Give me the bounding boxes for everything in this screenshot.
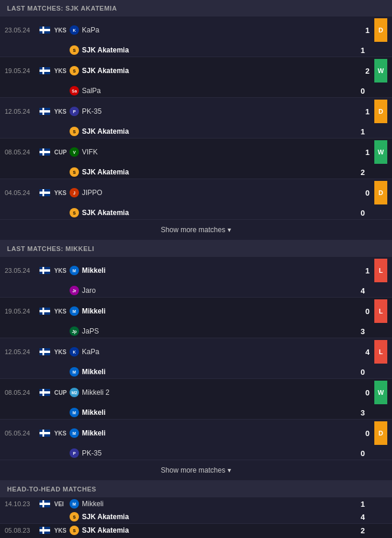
match-league: CUP	[54, 390, 67, 396]
match-date: 12.05.24	[5, 108, 37, 115]
score-team2: 0	[353, 209, 365, 217]
section-header-last-matches-sjk: LAST MATCHES: SJK AKATEMIA	[0, 0, 392, 16]
match-date: 12.05.24	[5, 348, 37, 355]
score-team1: 4	[358, 348, 370, 357]
team1-name: PK-35	[82, 107, 101, 115]
match-pair: 14.10.23VEIMMikkeli1SSJK Akatemia4	[0, 497, 392, 524]
result-badge: D	[374, 18, 387, 42]
score-team1: 0	[358, 388, 370, 397]
team2-name: Jaro	[82, 286, 95, 295]
score-team2: 0	[353, 368, 365, 377]
team2-name: JaPS	[82, 327, 99, 335]
show-more-label: Show more matches	[161, 226, 225, 234]
team1-name: KaPa	[82, 348, 99, 356]
match-date: 04.05.24	[5, 189, 37, 196]
result-badge: D	[374, 181, 387, 204]
match-pair: 08.05.24CUPVVIFK1WSSJK Akatemia2	[0, 138, 392, 179]
score-team1: 1	[358, 148, 370, 157]
score-team2: 2	[353, 168, 365, 177]
match-league: YKS	[54, 308, 67, 315]
match-date: 23.05.24	[5, 267, 37, 274]
match-league: YKS	[54, 268, 67, 274]
score-team2: 3	[353, 327, 365, 336]
match-date: 19.05.24	[5, 308, 37, 315]
result-badge: D	[374, 421, 387, 445]
score-team1: 0	[358, 429, 370, 438]
team1-name: SJK Akatemia	[82, 67, 129, 75]
team1-name: Mikkeli	[82, 500, 104, 508]
show-more-label: Show more matches	[161, 466, 225, 474]
team2-name: Mikkeli	[82, 408, 106, 417]
score-team1: 0	[358, 189, 370, 197]
score-team2: 4	[353, 286, 365, 295]
team2-name: SJK Akatemia	[82, 513, 129, 521]
score-team2: 0	[353, 87, 365, 95]
team2-name: PK-35	[82, 449, 101, 457]
score-team2: 1	[353, 46, 365, 55]
team1-name: KaPa	[82, 26, 99, 34]
score-team1: 1	[353, 500, 365, 509]
match-date: 14.10.23	[5, 500, 37, 507]
match-league: CUP	[54, 149, 67, 156]
score-team2: 0	[353, 449, 365, 458]
score-team1: 1	[358, 107, 370, 116]
match-date: 08.05.24	[5, 148, 37, 156]
match-date: 19.05.24	[5, 67, 37, 74]
app-container: LAST MATCHES: SJK AKATEMIA23.05.24YKSKKa…	[0, 0, 392, 538]
match-league: VEI	[54, 501, 64, 507]
section-header-head-to-head: HEAD-TO-HEAD MATCHES	[0, 481, 392, 497]
result-badge: W	[374, 140, 387, 164]
chevron-down-icon: ▾	[228, 466, 231, 474]
section-header-last-matches-mikkeli: LAST MATCHES: MIKKELI	[0, 240, 392, 257]
match-pair: 23.05.24YKSMMikkeli1LJrJaro4	[0, 257, 392, 298]
match-league: YKS	[54, 190, 67, 196]
match-pair: 19.05.24YKSSSJK Akatemia2WSaSalPa0	[0, 57, 392, 98]
show-more-button[interactable]: Show more matches▾	[0, 460, 392, 481]
team2-name: SalPa	[82, 87, 101, 95]
match-pair: 12.05.24YKSKKaPa4LMMikkeli0	[0, 338, 392, 379]
match-pair: 04.05.24YKSJJIPPO0DSSJK Akatemia0	[0, 179, 392, 220]
team1-name: Mikkeli 2	[82, 388, 110, 397]
team2-name: SJK Akatemia	[82, 127, 129, 136]
match-date: 05.08.23	[5, 527, 37, 534]
match-pair: 12.05.24YKSPPK-351DSSJK Akatemia1	[0, 98, 392, 138]
match-league: YKS	[54, 430, 67, 437]
result-badge: D	[374, 100, 387, 123]
team1-name: SJK Akatemia	[82, 526, 129, 534]
score-team1: 2	[358, 67, 370, 75]
chevron-down-icon: ▾	[228, 226, 231, 234]
result-badge: L	[374, 259, 387, 282]
show-more-button[interactable]: Show more matches▾	[0, 220, 392, 240]
match-league: YKS	[54, 527, 67, 534]
match-league: YKS	[54, 349, 67, 355]
team2-name: SJK Akatemia	[82, 46, 129, 54]
result-badge: L	[374, 299, 387, 323]
team1-name: VIFK	[82, 148, 98, 156]
score-team1: 2	[353, 526, 365, 535]
score-team2: 4	[353, 513, 365, 522]
score-team2: 3	[353, 408, 365, 417]
team2-name: SJK Akatemia	[82, 209, 129, 217]
team2-name: SJK Akatemia	[82, 168, 129, 176]
match-date: 05.05.24	[5, 430, 37, 437]
match-pair: 05.08.23YKSSSJK Akatemia2MMikkeli0	[0, 524, 392, 538]
match-pair: 23.05.24YKSKKaPa1DSSJK Akatemia1	[0, 16, 392, 57]
score-team1: 1	[358, 26, 370, 35]
match-league: YKS	[54, 27, 67, 34]
match-pair: 19.05.24YKSMMikkeli0LJpJaPS3	[0, 298, 392, 338]
result-badge: W	[374, 59, 387, 82]
match-date: 08.05.24	[5, 389, 37, 396]
result-badge: W	[374, 381, 387, 404]
result-badge: L	[374, 340, 387, 364]
match-league: YKS	[54, 108, 67, 115]
match-date: 23.05.24	[5, 27, 37, 34]
match-league: YKS	[54, 68, 67, 74]
score-team1: 1	[358, 266, 370, 275]
team1-name: Mikkeli	[82, 429, 106, 437]
team1-name: Mikkeli	[82, 266, 106, 275]
score-team2: 1	[353, 127, 365, 136]
team1-name: Mikkeli	[82, 307, 106, 315]
score-team1: 0	[358, 307, 370, 316]
match-pair: 08.05.24CUPM2Mikkeli 20WMMikkeli3	[0, 379, 392, 420]
team1-name: JIPPO	[82, 189, 103, 197]
